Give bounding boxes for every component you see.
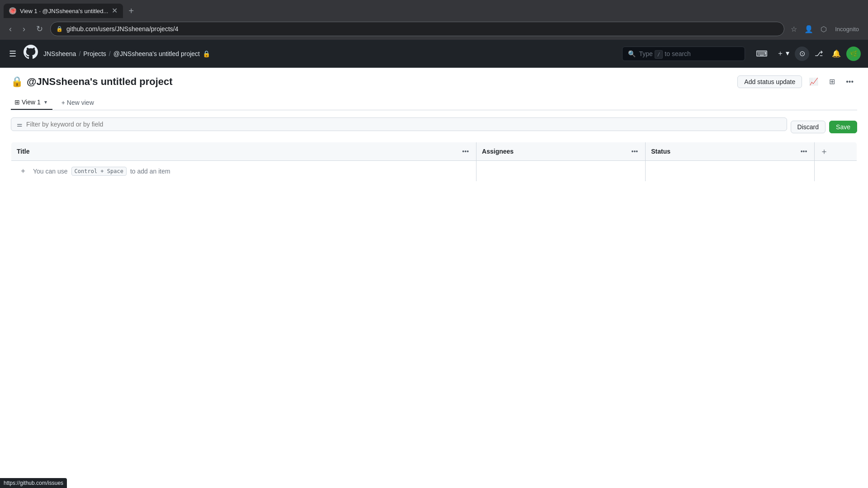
add-item-suffix: to add an item: [130, 168, 170, 175]
project-title-bar: 🔒 @JNSsheena's untitled project Add stat…: [11, 75, 857, 88]
status-url: https://github.com/issues: [4, 480, 63, 486]
view-icon: ⊞: [14, 99, 20, 106]
github-page: ☰ JNSsheena / Projects / @JNSsheena's un…: [0, 40, 868, 488]
title-label: Title: [17, 148, 30, 155]
project-title-actions: Add status update 📈 ⊞ •••: [737, 75, 857, 88]
assignees-label: Assignees: [482, 148, 514, 155]
create-new-button[interactable]: ＋ ▾: [773, 46, 793, 61]
insights-button[interactable]: 📈: [806, 75, 822, 88]
new-view-button[interactable]: + New view: [56, 95, 99, 110]
title-th-content: Title •••: [17, 147, 471, 156]
browser-window: 🐙 View 1 · @JNSsheena's untitled... ✕ + …: [0, 0, 868, 488]
status-more-button[interactable]: •••: [799, 147, 809, 156]
back-button[interactable]: ‹: [5, 23, 15, 36]
hamburger-menu-button[interactable]: ☰: [7, 47, 18, 61]
filter-input[interactable]: [26, 121, 781, 128]
global-search[interactable]: 🔍 Type / to search: [622, 47, 745, 61]
add-item-plus-button[interactable]: ＋: [17, 165, 29, 177]
breadcrumb-current-project: @JNSsheena's untitled project 🔒: [113, 50, 210, 57]
add-item-cell: ＋ You can use Control + Space to add an …: [11, 161, 476, 182]
view-label: View 1: [22, 99, 41, 106]
status-column-header: Status •••: [646, 142, 815, 161]
breadcrumb-user-link[interactable]: JNSsheena: [43, 50, 76, 57]
more-options-button[interactable]: •••: [842, 75, 857, 88]
status-th-content: Status •••: [651, 147, 809, 156]
layout-button[interactable]: ⊞: [826, 75, 839, 88]
nav-actions: ☆ 👤 ⬡ Incognito: [788, 22, 863, 36]
add-item-row: ＋ You can use Control + Space to add an …: [11, 161, 857, 182]
tab-title: View 1 · @JNSsheena's untitled...: [20, 8, 108, 14]
pull-requests-button[interactable]: ⎇: [811, 47, 826, 61]
search-placeholder: Type / to search: [639, 50, 739, 57]
assignees-more-button[interactable]: •••: [630, 147, 640, 156]
breadcrumb-lock-icon: 🔒: [203, 50, 210, 57]
filter-bar-container: ⚌ Discard Save: [11, 117, 857, 136]
add-column-button[interactable]: ＋: [820, 146, 828, 157]
bookmark-button[interactable]: ☆: [788, 22, 800, 36]
github-header: ☰ JNSsheena / Projects / @JNSsheena's un…: [0, 40, 868, 68]
project-content: 🔒 @JNSsheena's untitled project Add stat…: [0, 68, 868, 488]
add-item-status-cell: [646, 161, 815, 182]
address-bar[interactable]: 🔒 github.com/users/JNSsheena/projects/4: [50, 22, 784, 36]
breadcrumb-separator-1: /: [79, 50, 80, 57]
user-avatar[interactable]: 🌿: [846, 47, 861, 61]
browser-tab[interactable]: 🐙 View 1 · @JNSsheena's untitled... ✕: [4, 4, 123, 18]
view-dropdown-button[interactable]: ▾: [42, 98, 49, 106]
title-column-header: Title •••: [11, 142, 476, 161]
filter-bar: ⚌: [11, 117, 787, 131]
secure-icon: 🔒: [56, 26, 63, 32]
project-lock-icon: 🔒: [11, 76, 23, 88]
new-tab-button[interactable]: +: [125, 4, 137, 18]
github-logo[interactable]: [24, 45, 38, 63]
nav-bar: ‹ › ↻ 🔒 github.com/users/JNSsheena/proje…: [0, 18, 868, 40]
title-more-button[interactable]: •••: [460, 147, 471, 156]
add-item-hint: You can use: [33, 168, 68, 175]
address-text: github.com/users/JNSsheena/projects/4: [66, 25, 778, 33]
add-column-header: ＋: [815, 142, 857, 161]
add-item-assignees-cell: [476, 161, 646, 182]
copilot-button[interactable]: ⊙: [795, 47, 809, 61]
assignees-th-content: Assignees •••: [482, 147, 640, 156]
profile-button[interactable]: 👤: [802, 22, 816, 36]
extensions-button[interactable]: ⬡: [818, 22, 830, 36]
add-item-shortcut: Control + Space: [71, 167, 127, 176]
add-status-update-button[interactable]: Add status update: [737, 75, 802, 88]
add-item-extra-cell: [815, 161, 857, 182]
project-table: Title ••• Assignees •••: [11, 142, 857, 182]
filter-icon: ⚌: [17, 121, 23, 128]
search-shortcut-key: /: [655, 50, 663, 59]
breadcrumb-project-name: @JNSsheena's untitled project: [113, 50, 200, 57]
assignees-column-header: Assignees •••: [476, 142, 646, 161]
project-title-text: @JNSsheena's untitled project: [27, 76, 173, 88]
table-header-row: Title ••• Assignees •••: [11, 142, 857, 161]
project-title: 🔒 @JNSsheena's untitled project: [11, 76, 173, 88]
add-item-content: ＋ You can use Control + Space to add an …: [17, 165, 471, 177]
refresh-button[interactable]: ↻: [33, 22, 47, 36]
header-left: ☰ JNSsheena / Projects / @JNSsheena's un…: [7, 45, 210, 63]
tab-favicon: 🐙: [9, 7, 16, 14]
header-actions: ⌨ ＋ ▾ ⊙ ⎇ 🔔 🌿: [752, 46, 861, 61]
view-tab-view1[interactable]: ⊞ View 1 ▾: [11, 95, 52, 110]
status-label: Status: [651, 148, 670, 155]
tab-bar: 🐙 View 1 · @JNSsheena's untitled... ✕ +: [0, 0, 868, 18]
notifications-button[interactable]: 🔔: [828, 47, 844, 61]
search-icon: 🔍: [628, 50, 636, 57]
discard-button[interactable]: Discard: [791, 121, 826, 133]
forward-button[interactable]: ›: [19, 23, 29, 36]
views-bar: ⊞ View 1 ▾ + New view: [11, 95, 857, 110]
incognito-label: Incognito: [831, 24, 863, 34]
breadcrumb: JNSsheena / Projects / @JNSsheena's unti…: [43, 50, 210, 57]
status-bar: https://github.com/issues: [0, 478, 67, 488]
save-button[interactable]: Save: [829, 121, 857, 133]
breadcrumb-projects-link[interactable]: Projects: [83, 50, 106, 57]
tab-close-button[interactable]: ✕: [112, 7, 118, 14]
breadcrumb-separator-2: /: [109, 50, 111, 57]
terminal-button[interactable]: ⌨: [752, 46, 771, 61]
